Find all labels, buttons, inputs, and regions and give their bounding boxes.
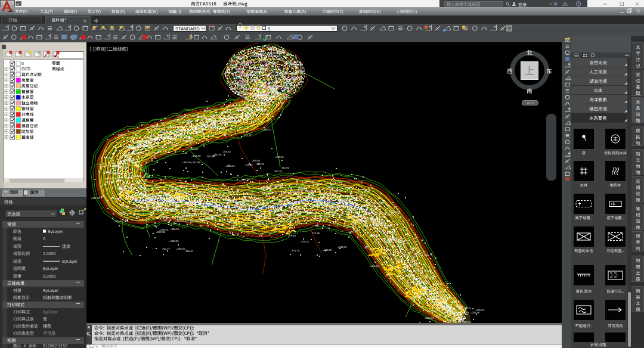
svg-text:+386.50: +386.50: [170, 228, 179, 231]
svg-text:285.66: 285.66: [158, 203, 166, 206]
svg-text:+354.04: +354.04: [158, 215, 168, 218]
svg-text:+317.36: +317.36: [190, 114, 200, 117]
svg-text:403.34: 403.34: [251, 78, 259, 81]
svg-text:+303.51: +303.51: [182, 161, 191, 164]
svg-text:356.25: 356.25: [223, 191, 231, 194]
svg-text:+221.73: +221.73: [228, 105, 238, 108]
svg-text:310.18: 310.18: [305, 189, 313, 192]
svg-text:226.06: 226.06: [390, 237, 398, 240]
svg-text:+342.49: +342.49: [447, 296, 456, 299]
svg-text:ByColor: ByColor: [43, 310, 58, 315]
svg-text:381.40: 381.40: [290, 72, 298, 75]
svg-text:274.18: 274.18: [312, 232, 320, 235]
svg-text:+259.04: +259.04: [312, 217, 322, 220]
svg-text:306.36: 306.36: [359, 194, 367, 197]
svg-text:235.64: 235.64: [329, 212, 337, 215]
svg-text:381.78: 381.78: [267, 96, 275, 99]
svg-text:+223.38: +223.38: [177, 115, 186, 118]
svg-text:+332.47: +332.47: [363, 225, 372, 228]
svg-text:341.53: 341.53: [200, 212, 208, 215]
svg-text:273.77: 273.77: [424, 269, 432, 272]
svg-text:217.55: 217.55: [205, 117, 212, 120]
svg-text:255.21: 255.21: [259, 110, 267, 113]
svg-text:201.26: 201.26: [231, 113, 239, 116]
svg-text:269.11: 269.11: [383, 241, 391, 244]
svg-text:+391.23: +391.23: [91, 197, 100, 200]
svg-text:+238.11: +238.11: [275, 156, 284, 159]
svg-text:+255.61: +255.61: [134, 151, 144, 154]
svg-text:309.08: 309.08: [376, 201, 384, 204]
svg-text:+235.82: +235.82: [116, 187, 126, 189]
svg-text:380.62: 380.62: [408, 274, 416, 276]
svg-text:+213.02: +213.02: [333, 189, 342, 192]
svg-text:386.52: 386.52: [293, 76, 301, 79]
svg-text:+213.91: +213.91: [401, 253, 410, 256]
svg-text:ByLayer: ByLayer: [43, 288, 58, 293]
svg-text:321.56: 321.56: [426, 276, 434, 279]
svg-text:282.24: 282.24: [125, 145, 132, 148]
svg-text:315.25: 315.25: [242, 204, 249, 207]
svg-text:232.18: 232.18: [305, 195, 313, 198]
svg-text:1.0000: 1.0000: [43, 251, 56, 256]
svg-text:+210.87: +210.87: [152, 186, 162, 189]
svg-text:380.78: 380.78: [256, 93, 264, 96]
svg-text:+287.58: +287.58: [374, 223, 383, 226]
svg-text:+311.94: +311.94: [370, 265, 379, 268]
svg-text:379.94: 379.94: [185, 120, 193, 123]
svg-text:+234.55: +234.55: [140, 201, 150, 204]
svg-text:389.46: 389.46: [275, 208, 283, 211]
svg-text:+280.02: +280.02: [212, 214, 222, 217]
svg-text:253.95: 253.95: [438, 297, 446, 300]
svg-text:392.51: 392.51: [255, 221, 262, 224]
svg-text:389.11: 389.11: [285, 61, 293, 64]
svg-text:408.64: 408.64: [261, 67, 268, 70]
svg-text:343.72: 343.72: [248, 210, 256, 213]
svg-text:+276.35: +276.35: [219, 122, 228, 125]
svg-text:227.04: 227.04: [383, 248, 391, 251]
svg-text:+260.27: +260.27: [127, 187, 137, 189]
svg-text:249.34: 249.34: [255, 106, 263, 109]
svg-text:+333.36: +333.36: [121, 159, 131, 162]
svg-text:228.86: 228.86: [253, 88, 261, 91]
svg-text:258.28: 258.28: [176, 133, 184, 136]
svg-text:+389.74: +389.74: [408, 281, 418, 284]
svg-text:387.19: 387.19: [305, 181, 312, 184]
svg-text:312.03: 312.03: [119, 212, 126, 215]
svg-text:302.31: 302.31: [274, 170, 282, 173]
svg-text:234.43: 234.43: [415, 268, 423, 271]
svg-text:245.85: 245.85: [366, 201, 373, 204]
svg-text:STANDARD: STANDARD: [175, 26, 200, 32]
svg-text:ByLayer: ByLayer: [48, 229, 63, 234]
svg-text:+277.24: +277.24: [437, 289, 447, 292]
svg-text:+335.30: +335.30: [113, 164, 122, 167]
svg-text:249.84: 249.84: [177, 195, 184, 198]
svg-text:+274.31: +274.31: [137, 186, 147, 189]
svg-text:+383.61: +383.61: [168, 209, 177, 212]
svg-text:+321.12: +321.12: [428, 295, 437, 298]
svg-text:206.58: 206.58: [397, 240, 404, 243]
svg-text:395.07: 395.07: [274, 54, 281, 57]
svg-text:390.03: 390.03: [249, 66, 256, 69]
svg-text:+385.72: +385.72: [423, 254, 433, 257]
svg-text:312.91: 312.91: [281, 166, 289, 169]
svg-text:WCS: WCS: [527, 101, 534, 105]
svg-text:+282.17: +282.17: [162, 136, 172, 139]
svg-text:+296.24: +296.24: [225, 164, 235, 167]
svg-text:381.25: 381.25: [237, 57, 245, 60]
svg-text:414.88: 414.88: [258, 58, 266, 61]
svg-text:ByLayer: ByLayer: [62, 259, 78, 264]
svg-text:+318.20: +318.20: [176, 247, 185, 250]
svg-text:+249.61: +249.61: [159, 228, 169, 231]
svg-text:?: ?: [577, 2, 580, 6]
svg-text:+214.14: +214.14: [174, 129, 184, 132]
svg-text:+344.93: +344.93: [338, 246, 347, 248]
svg-text:+377.36: +377.36: [216, 194, 225, 197]
svg-text:401.38: 401.38: [236, 67, 243, 70]
svg-text:373.09: 373.09: [259, 84, 267, 87]
svg-text:384.12: 384.12: [246, 73, 254, 76]
svg-text:+230.90: +230.90: [420, 280, 430, 283]
svg-text:245.90: 245.90: [104, 156, 112, 159]
svg-text:+364.26: +364.26: [138, 144, 148, 147]
svg-text:+220.57: +220.57: [299, 198, 308, 201]
svg-text:+201.97: +201.97: [274, 184, 283, 187]
